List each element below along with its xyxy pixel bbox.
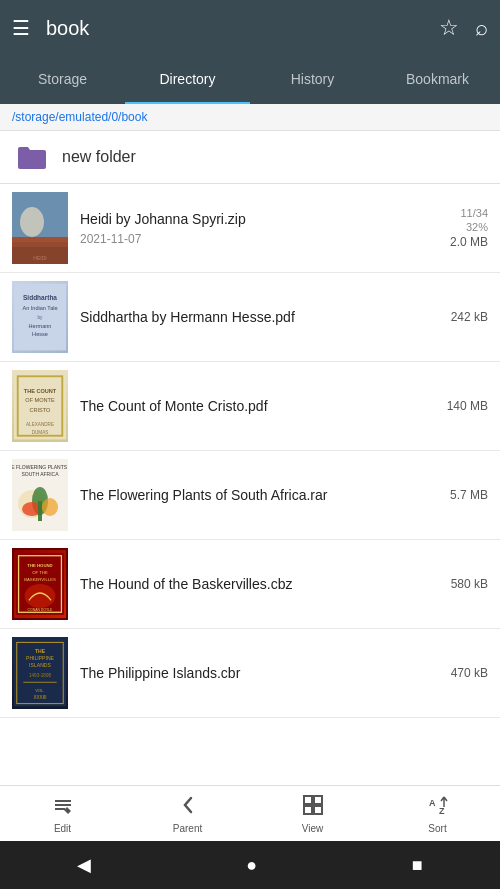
nav-edit[interactable]: Edit [0, 786, 125, 841]
file-info: The Hound of the Baskervilles.cbz [80, 575, 451, 593]
file-size: 242 kB [451, 310, 488, 324]
svg-text:PHILIPPINE: PHILIPPINE [26, 655, 55, 661]
sort-label: Sort [428, 823, 446, 834]
file-name: Heidi by Johanna Spyri.zip [80, 210, 450, 228]
recent-button[interactable]: ■ [412, 855, 423, 876]
file-info: The Count of Monte Cristo.pdf [80, 397, 447, 415]
app-title: book [46, 17, 423, 40]
svg-text:ALEXANDRE: ALEXANDRE [26, 422, 54, 427]
file-size-label: 5.7 MB [450, 488, 488, 502]
parent-icon [177, 794, 199, 816]
menu-icon[interactable]: ☰ [12, 18, 30, 38]
file-name: The Philippine Islands.cbr [80, 664, 451, 682]
file-size: 470 kB [451, 666, 488, 680]
svg-text:An Indian Tale: An Indian Tale [22, 305, 57, 311]
file-size: 11/34 32% 2.0 MB [450, 207, 488, 249]
nav-sort[interactable]: A Z Sort [375, 786, 500, 841]
svg-text:THE COUNT: THE COUNT [24, 388, 57, 394]
file-thumbnail: THE PHILIPPINE ISLANDS 1493-1898 VOL. XX… [12, 637, 68, 709]
new-folder-row[interactable]: new folder [0, 131, 500, 184]
sort-icon-wrap: A Z [427, 794, 449, 821]
svg-text:A: A [429, 798, 436, 808]
svg-text:SOUTH AFRICA: SOUTH AFRICA [22, 471, 60, 477]
view-icon [302, 794, 324, 816]
svg-text:THE: THE [35, 648, 46, 654]
back-button[interactable]: ◀ [77, 854, 91, 876]
svg-text:HEIDI: HEIDI [33, 255, 46, 261]
svg-point-24 [42, 498, 58, 516]
file-info: Siddhartha by Hermann Hesse.pdf [80, 308, 451, 326]
svg-text:CONAN DOYLE: CONAN DOYLE [28, 608, 54, 612]
tab-history[interactable]: History [250, 56, 375, 104]
view-label: View [302, 823, 324, 834]
sort-icon: A Z [427, 794, 449, 816]
file-list: HEIDI Heidi by Johanna Spyri.zip 2021-11… [0, 184, 500, 785]
list-item[interactable]: THE PHILIPPINE ISLANDS 1493-1898 VOL. XX… [0, 629, 500, 718]
file-size: 5.7 MB [450, 488, 488, 502]
file-info: The Flowering Plants of South Africa.rar [80, 486, 450, 504]
svg-rect-1 [12, 237, 68, 264]
svg-rect-47 [304, 806, 312, 814]
list-item[interactable]: THE COUNT OF MONTE CRISTO ALEXANDRE DUMA… [0, 362, 500, 451]
file-size-label: 2.0 MB [450, 235, 488, 249]
file-name: The Hound of the Baskervilles.cbz [80, 575, 451, 593]
list-item[interactable]: THE HOUND OF THE BASKERVILLES CONAN DOYL… [0, 540, 500, 629]
svg-text:BASKERVILLES: BASKERVILLES [24, 577, 56, 582]
top-bar: ☰ book ☆ ⌕ [0, 0, 500, 56]
tab-bookmark[interactable]: Bookmark [375, 56, 500, 104]
svg-text:ISLANDS: ISLANDS [29, 662, 51, 668]
svg-text:DUMAS: DUMAS [32, 430, 49, 435]
star-icon[interactable]: ☆ [439, 15, 459, 41]
file-info: Heidi by Johanna Spyri.zip 2021-11-07 [80, 210, 450, 246]
home-button[interactable]: ● [246, 855, 257, 876]
svg-text:1493-1898: 1493-1898 [29, 673, 52, 678]
file-size-label: 470 kB [451, 666, 488, 680]
svg-text:OF MONTE: OF MONTE [25, 397, 55, 403]
file-size: 580 kB [451, 577, 488, 591]
svg-text:OF THE: OF THE [32, 570, 48, 575]
list-item[interactable]: HEIDI Heidi by Johanna Spyri.zip 2021-11… [0, 184, 500, 273]
file-thumbnail: THE HOUND OF THE BASKERVILLES CONAN DOYL… [12, 548, 68, 620]
file-progress: 11/34 [460, 207, 488, 219]
file-name: The Count of Monte Cristo.pdf [80, 397, 447, 415]
file-thumbnail: THE FLOWERING PLANTS OF SOUTH AFRICA [12, 459, 68, 531]
svg-rect-48 [314, 806, 322, 814]
list-item[interactable]: THE FLOWERING PLANTS OF SOUTH AFRICA The… [0, 451, 500, 540]
svg-text:THE HOUND: THE HOUND [27, 563, 52, 568]
system-nav: ◀ ● ■ [0, 841, 500, 889]
list-item[interactable]: Siddhartha An Indian Tale by Hermann Hes… [0, 273, 500, 362]
svg-text:by: by [38, 315, 44, 320]
folder-icon [16, 143, 48, 171]
svg-text:Z: Z [439, 806, 445, 816]
svg-rect-45 [304, 796, 312, 804]
edit-label: Edit [54, 823, 71, 834]
breadcrumb[interactable]: /storage/emulated/0/book [0, 104, 500, 131]
file-thumbnail: HEIDI [12, 192, 68, 264]
edit-icon [52, 794, 74, 816]
svg-text:VOL.: VOL. [35, 688, 44, 693]
svg-text:CRISTO: CRISTO [30, 407, 52, 413]
search-icon[interactable]: ⌕ [475, 15, 488, 41]
view-icon-wrap [302, 794, 324, 821]
new-folder-label: new folder [62, 148, 136, 166]
svg-rect-46 [314, 796, 322, 804]
tab-directory[interactable]: Directory [125, 56, 250, 104]
nav-view[interactable]: View [250, 786, 375, 841]
file-size-label: 580 kB [451, 577, 488, 591]
nav-parent[interactable]: Parent [125, 786, 250, 841]
file-size-label: 140 MB [447, 399, 488, 413]
tab-bar: Storage Directory History Bookmark [0, 56, 500, 104]
parent-label: Parent [173, 823, 202, 834]
svg-point-2 [20, 207, 44, 237]
file-size: 140 MB [447, 399, 488, 413]
file-thumbnail: Siddhartha An Indian Tale by Hermann Hes… [12, 281, 68, 353]
svg-text:Hesse: Hesse [32, 331, 48, 337]
svg-text:XXXIII: XXXIII [33, 695, 46, 700]
svg-text:Siddhartha: Siddhartha [23, 294, 57, 301]
svg-text:THE FLOWERING PLANTS OF: THE FLOWERING PLANTS OF [12, 464, 68, 470]
tab-storage[interactable]: Storage [0, 56, 125, 104]
file-info: The Philippine Islands.cbr [80, 664, 451, 682]
svg-rect-25 [38, 501, 42, 521]
svg-point-31 [25, 584, 56, 608]
parent-icon-wrap [177, 794, 199, 821]
